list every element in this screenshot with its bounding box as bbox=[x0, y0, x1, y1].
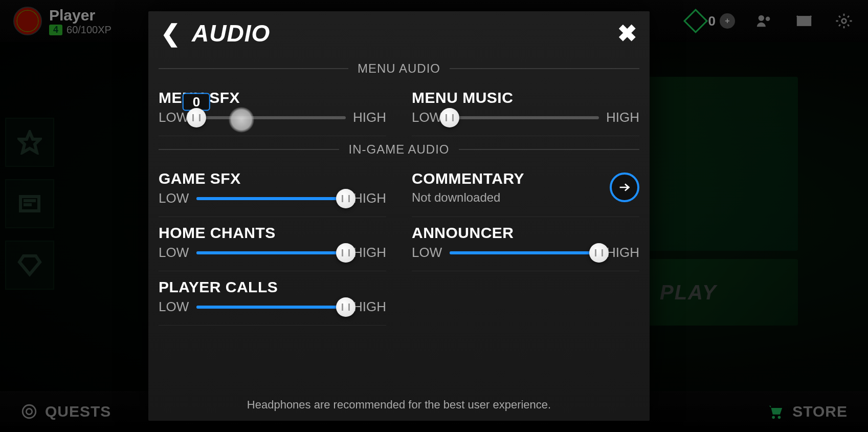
low-label: LOW bbox=[159, 110, 189, 125]
high-label: HIGH bbox=[353, 110, 386, 125]
svg-point-6 bbox=[766, 17, 770, 21]
home-chants-slider[interactable] bbox=[196, 251, 346, 254]
back-button[interactable]: ❮ bbox=[161, 21, 181, 45]
arrow-right-icon bbox=[617, 180, 632, 195]
announcer-label: ANNOUNCER bbox=[412, 224, 639, 242]
fc-points-value: 0 bbox=[708, 13, 716, 29]
settings-gear-icon[interactable] bbox=[833, 12, 855, 30]
home-chants-thumb[interactable] bbox=[336, 243, 355, 263]
svg-point-9 bbox=[23, 405, 36, 418]
game-sfx-slider[interactable] bbox=[196, 197, 346, 200]
modal-title: AUDIO bbox=[192, 19, 270, 47]
svg-point-5 bbox=[759, 15, 764, 21]
low-label: LOW bbox=[159, 190, 189, 206]
game-sfx-control: GAME SFX LOW HIGH bbox=[159, 163, 386, 217]
footer-note: Headphones are recommended for the best … bbox=[148, 398, 650, 412]
level-badge: 4 bbox=[49, 25, 62, 35]
home-chants-label: HOME CHANTS bbox=[159, 224, 386, 242]
club-badge-icon bbox=[13, 7, 42, 35]
section-menu-audio: MENU AUDIO bbox=[159, 61, 639, 76]
left-nav-tiles bbox=[5, 118, 56, 302]
nav-tile-star-icon bbox=[5, 118, 54, 167]
fc-points-icon bbox=[683, 9, 707, 33]
high-label: HIGH bbox=[353, 190, 386, 206]
announcer-control: ANNOUNCER LOW HIGH bbox=[412, 217, 639, 271]
commentary-label: COMMENTARY bbox=[412, 170, 524, 187]
menu-sfx-control: MENU SFX LOW 0 HIGH bbox=[159, 82, 386, 136]
nav-tile-gem-icon bbox=[5, 241, 54, 290]
menu-music-thumb[interactable] bbox=[440, 108, 459, 127]
mail-icon[interactable] bbox=[793, 12, 815, 30]
announcer-thumb[interactable] bbox=[589, 243, 609, 263]
quests-tab[interactable]: QUESTS bbox=[20, 403, 111, 420]
game-sfx-thumb[interactable] bbox=[336, 189, 355, 208]
svg-point-8 bbox=[842, 19, 847, 24]
target-icon bbox=[20, 403, 38, 420]
player-calls-thumb[interactable] bbox=[336, 297, 355, 317]
xp-text: 60/100XP bbox=[66, 24, 112, 36]
fc-points[interactable]: 0 + bbox=[687, 12, 735, 30]
play-card: PLAY bbox=[644, 259, 798, 326]
store-tab[interactable]: STORE bbox=[765, 403, 848, 420]
friends-icon[interactable] bbox=[753, 12, 775, 30]
high-label: HIGH bbox=[353, 299, 386, 315]
high-label: HIGH bbox=[353, 245, 386, 261]
close-button[interactable]: ✖ bbox=[617, 19, 637, 47]
low-label: LOW bbox=[412, 245, 442, 261]
modal-header: ❮ AUDIO ✖ bbox=[148, 11, 650, 55]
modal-body: MENU AUDIO MENU SFX LOW 0 HIGH bbox=[148, 55, 650, 421]
low-label: LOW bbox=[159, 299, 189, 315]
add-fc-button[interactable]: + bbox=[720, 13, 735, 29]
section-menu-label: MENU AUDIO bbox=[358, 61, 440, 76]
player-name: Player bbox=[49, 7, 112, 24]
menu-music-control: MENU MUSIC LOW HIGH bbox=[412, 82, 639, 136]
announcer-slider[interactable] bbox=[450, 251, 599, 254]
high-label: HIGH bbox=[606, 110, 639, 125]
commentary-control: COMMENTARY Not downloaded bbox=[412, 163, 639, 217]
menu-music-label: MENU MUSIC bbox=[412, 89, 639, 106]
home-chants-control: HOME CHANTS LOW HIGH bbox=[159, 217, 386, 271]
low-label: LOW bbox=[159, 245, 189, 261]
player-calls-control: PLAYER CALLS LOW HIGH bbox=[159, 271, 386, 326]
game-sfx-label: GAME SFX bbox=[159, 170, 386, 187]
quests-label: QUESTS bbox=[45, 403, 111, 420]
svg-marker-0 bbox=[19, 132, 40, 153]
cart-icon bbox=[765, 403, 785, 420]
svg-point-10 bbox=[26, 408, 32, 414]
menu-music-slider[interactable] bbox=[450, 116, 599, 119]
menu-sfx-slider[interactable]: 0 bbox=[196, 116, 346, 119]
bg-hero-card bbox=[644, 77, 798, 251]
low-label: LOW bbox=[412, 110, 442, 125]
svg-marker-4 bbox=[19, 256, 40, 274]
touch-ripple bbox=[229, 107, 254, 133]
svg-point-11 bbox=[772, 416, 775, 419]
commentary-status: Not downloaded bbox=[412, 190, 524, 205]
player-calls-slider[interactable] bbox=[196, 306, 346, 309]
section-ingame-label: IN-GAME AUDIO bbox=[348, 142, 449, 157]
high-label: HIGH bbox=[606, 245, 639, 261]
player-calls-label: PLAYER CALLS bbox=[159, 278, 386, 296]
store-label: STORE bbox=[792, 403, 848, 420]
svg-point-12 bbox=[778, 416, 781, 419]
menu-sfx-thumb[interactable] bbox=[187, 108, 206, 127]
audio-modal: ❮ AUDIO ✖ MENU AUDIO MENU SFX LOW 0 bbox=[148, 11, 650, 421]
nav-tile-news-icon bbox=[5, 179, 54, 228]
section-ingame-audio: IN-GAME AUDIO bbox=[159, 142, 639, 157]
commentary-download-button[interactable] bbox=[610, 172, 639, 202]
